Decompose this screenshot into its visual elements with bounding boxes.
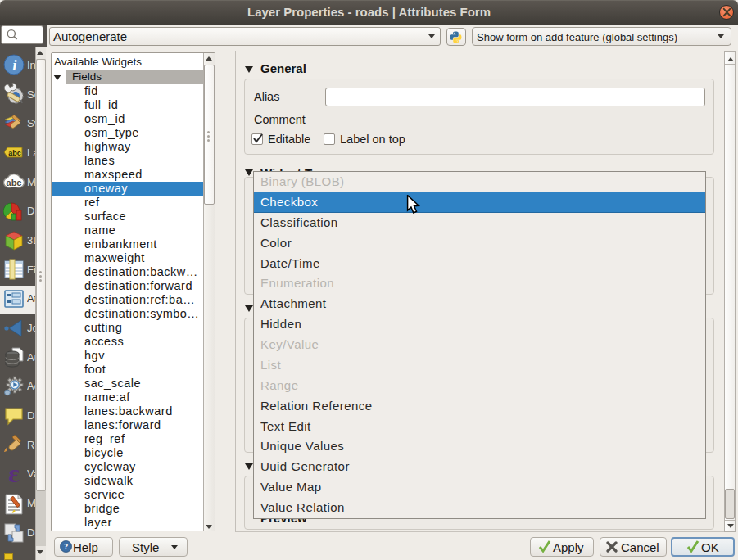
svg-text:i: i xyxy=(12,56,17,74)
svg-text:?: ? xyxy=(64,542,68,551)
svg-text:abc: abc xyxy=(8,149,21,157)
svg-text:ε: ε xyxy=(8,463,20,485)
svg-text:abc: abc xyxy=(7,178,22,187)
